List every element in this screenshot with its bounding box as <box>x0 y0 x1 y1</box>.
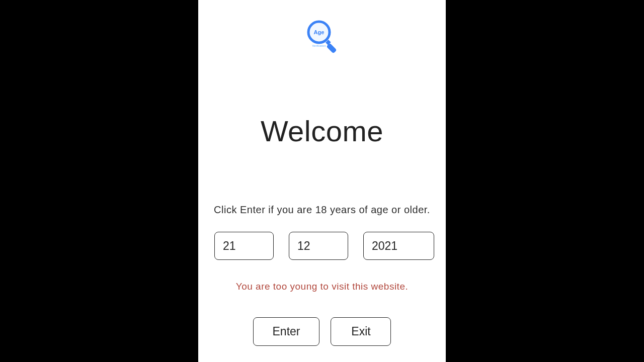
month-input[interactable] <box>289 232 348 260</box>
year-input[interactable] <box>363 232 434 260</box>
day-input[interactable] <box>214 232 274 260</box>
age-verification-modal: Age Verification Welcome Click Enter if … <box>198 0 446 362</box>
age-verification-logo: Age Verification <box>304 19 340 56</box>
instruction-text: Click Enter if you are 18 years of age o… <box>214 204 430 216</box>
date-input-row <box>213 232 431 260</box>
error-message: You are too young to visit this website. <box>236 281 409 292</box>
page-title: Welcome <box>261 114 383 148</box>
logo-verification-text: Verification <box>312 44 326 47</box>
exit-button[interactable]: Exit <box>331 317 391 346</box>
magnifier-age-icon: Age Verification <box>304 19 340 54</box>
enter-button[interactable]: Enter <box>253 317 320 346</box>
button-row: Enter Exit <box>253 317 391 346</box>
logo-age-text: Age <box>314 29 325 35</box>
